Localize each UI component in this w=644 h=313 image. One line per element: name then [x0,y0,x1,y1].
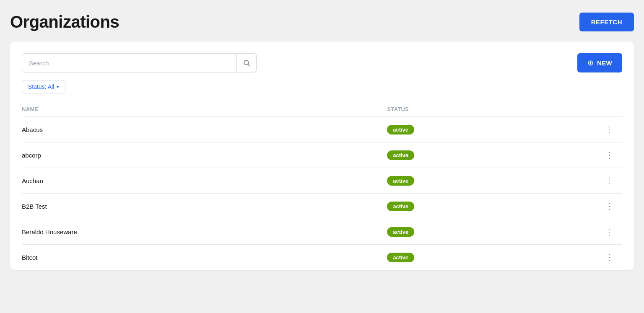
refetch-button[interactable]: REFETCH [579,13,634,31]
col-header-name: Name [22,102,382,117]
page-title: Organizations [10,13,119,31]
org-status: active [382,219,562,245]
org-status: active [382,194,562,219]
status-badge: active [387,227,414,237]
table-row: B2B Testactive⋮ [22,194,622,219]
org-actions: ⋮ [562,117,622,142]
status-badge: active [387,202,414,211]
status-filter-label: Status: All [28,83,54,90]
status-badge: active [387,253,414,262]
svg-line-1 [248,64,249,66]
table-row: Auchanactive⋮ [22,168,622,194]
org-status: active [382,142,562,168]
more-menu-button[interactable]: ⋮ [602,149,617,161]
filter-row: Status: All ▾ [22,80,622,93]
status-badge: active [387,125,414,135]
more-menu-button[interactable]: ⋮ [602,200,617,212]
more-menu-button[interactable]: ⋮ [602,251,617,263]
org-name: Beraldo Houseware [22,219,382,245]
org-name: B2B Test [22,194,382,219]
search-icon [243,59,250,67]
org-name: abcorp [22,142,382,168]
org-status: active [382,168,562,194]
org-actions: ⋮ [562,194,622,219]
org-status: active [382,245,562,270]
col-header-status: Status [382,102,562,117]
chevron-down-icon: ▾ [57,84,59,90]
col-header-actions [562,102,622,117]
org-name: Auchan [22,168,382,194]
new-button[interactable]: ⊕ NEW [577,53,622,72]
more-menu-button[interactable]: ⋮ [602,226,617,238]
table-row: Beraldo Housewareactive⋮ [22,219,622,245]
status-badge: active [387,176,414,186]
table-row: Bitcotactive⋮ [22,245,622,270]
status-badge: active [387,150,414,160]
org-actions: ⋮ [562,219,622,245]
search-button[interactable] [236,54,256,72]
org-actions: ⋮ [562,142,622,168]
table-row: Abacusactive⋮ [22,117,622,142]
table-row: abcorpactive⋮ [22,142,622,168]
org-status: active [382,117,562,142]
more-menu-button[interactable]: ⋮ [602,175,617,186]
search-wrapper [22,53,257,72]
table-header-row: Name Status [22,102,622,117]
status-filter-button[interactable]: Status: All ▾ [22,80,65,93]
plus-icon: ⊕ [587,58,594,67]
toolbar: ⊕ NEW [22,53,622,72]
more-menu-button[interactable]: ⋮ [602,124,617,135]
org-name: Bitcot [22,245,382,270]
org-actions: ⋮ [562,245,622,270]
org-actions: ⋮ [562,168,622,194]
search-input[interactable] [22,54,236,72]
main-card: ⊕ NEW Status: All ▾ Name Status Abacusac… [10,41,634,270]
page-header: Organizations REFETCH [10,13,634,31]
org-name: Abacus [22,117,382,142]
organizations-table: Name Status Abacusactive⋮abcorpactive⋮Au… [22,102,622,270]
new-button-label: NEW [597,59,612,67]
